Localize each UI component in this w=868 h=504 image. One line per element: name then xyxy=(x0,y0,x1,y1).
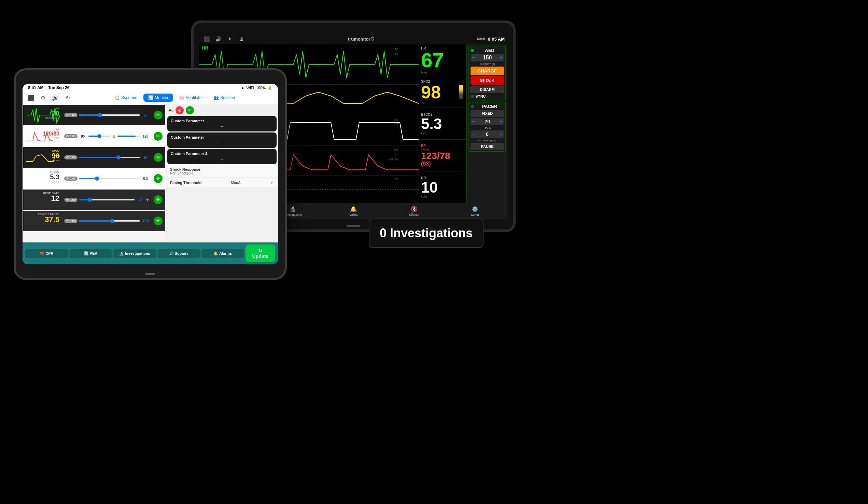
rate-plus-btn[interactable]: + xyxy=(499,119,503,125)
hr-graph: HR 70 Normal Sinus xyxy=(26,106,60,124)
monitor-silence-btn[interactable]: 🔇 Silence xyxy=(384,205,444,218)
wifi-label: WiFi xyxy=(247,86,254,90)
shock-response-val: Non Shockable xyxy=(170,172,274,175)
temp-slider[interactable] xyxy=(79,220,140,222)
bp-slider-area: ⏱ 0:00 80 🔒 120 xyxy=(63,134,151,138)
bp-slider[interactable] xyxy=(89,136,111,137)
aed-label: AED xyxy=(475,48,504,53)
bp-scale-mid: 90 xyxy=(388,153,398,157)
pacing-val: 60mA xyxy=(231,181,241,185)
grid-icon[interactable]: ⊞ xyxy=(237,34,246,43)
etco2-scale-low: 4.7 xyxy=(394,122,398,127)
update-btn[interactable]: ↻ Update xyxy=(246,245,275,262)
spo2-row: SPO2 96 Normal ⏱ 0:00 96 xyxy=(23,147,165,168)
exit-nav-btn[interactable]: ⬛ xyxy=(26,93,35,102)
volume-nav-btn[interactable]: 🔊 xyxy=(51,93,60,102)
sounds-btn[interactable]: 🔊 Sounds xyxy=(157,249,200,258)
rate-minus-btn[interactable]: − xyxy=(472,119,475,125)
resp-eye-btn[interactable]: 👁 xyxy=(154,195,163,204)
monitor-hr-block: HR 67 bpm xyxy=(419,44,466,76)
etco2-eye-btn[interactable]: 👁 xyxy=(154,174,163,183)
nav-tabs: 📋 Scenario 📊 Monitor 🫁 Ventilator 👥 Sess… xyxy=(75,94,275,102)
energy-row[interactable]: − 150 + xyxy=(471,54,504,61)
hr-slider-val: 70 xyxy=(141,113,149,117)
alarms-icon: 🔔 xyxy=(350,206,357,213)
charge-button[interactable]: CHARGE xyxy=(471,66,504,75)
tab-scenario[interactable]: 📋 Scenario xyxy=(110,94,142,102)
brightness-icon[interactable]: ✴ xyxy=(225,34,234,43)
pacer-section: PACER FIXED − 70 + RATE − 0 + OUTPUT (mA… xyxy=(468,102,506,152)
disarm-button[interactable]: DISARM xyxy=(471,86,504,93)
etco2-row: ETCO2 5.3 Normal ⏱ 0:00 5.3 xyxy=(23,168,165,189)
output-row[interactable]: − 0 + xyxy=(471,131,504,138)
energy-plus-btn[interactable]: + xyxy=(499,55,503,61)
monitor-menu-btn[interactable]: ⚙️ Menu xyxy=(445,205,505,218)
bp-slider2[interactable] xyxy=(117,136,140,137)
vitals-panel: HR 70 Normal Sinus ⏱ 0:00 70 xyxy=(22,104,166,243)
monitor-hr-unit: bpm xyxy=(421,71,464,74)
shock-response: Shock Response Non Shockable xyxy=(167,165,277,177)
etco2-graph: ETCO2 5.3 Normal xyxy=(26,170,60,187)
battery-icon: 🔋 xyxy=(268,86,272,90)
bp-time: ⏱ 0:00 xyxy=(64,134,78,138)
sync-row: SYNC xyxy=(471,94,504,98)
exit-icon[interactable]: ⬛ xyxy=(202,34,211,43)
output-minus-btn[interactable]: − xyxy=(472,131,475,137)
spo2-value: 96 xyxy=(52,152,59,159)
fixed-button[interactable]: FIXED xyxy=(471,110,504,117)
investigations-bottom-label: Investigations xyxy=(125,251,150,255)
monitor-rr-block: RR 10 /min xyxy=(419,172,466,203)
monitor-mode: Adult xyxy=(477,37,485,41)
bp-eye-btn[interactable]: 👁 xyxy=(154,132,163,141)
show-all-btn[interactable]: 👁 xyxy=(186,106,194,114)
spo2-slider[interactable] xyxy=(79,157,140,158)
cpr-label: CPR xyxy=(45,251,53,255)
ecg-scale-low: 50 xyxy=(393,52,398,56)
hr-eye-btn[interactable]: 👁 xyxy=(154,111,163,120)
all-label: All xyxy=(169,108,174,112)
resp-slider[interactable] xyxy=(79,199,135,200)
hide-all-btn[interactable]: ⊗ xyxy=(176,106,184,114)
pause-button[interactable]: PAUSE xyxy=(471,143,504,150)
bp-row: BP 120/80 Normal ⏱ 0:00 80 xyxy=(23,126,165,146)
bp-subtext: Normal xyxy=(43,136,59,139)
hr-slider[interactable] xyxy=(79,114,140,116)
hr-value: 70 xyxy=(45,110,59,117)
monitor-spo2-block: SPO2 98 % xyxy=(419,76,466,108)
spo2-slider-fill xyxy=(79,157,119,158)
bp-val-right: 120 xyxy=(141,135,149,138)
tab-ventilator[interactable]: 🫁 Ventilator xyxy=(175,94,208,102)
settings-nav-btn[interactable]: ⚙ xyxy=(38,93,48,102)
cpr-btn[interactable]: ❤️ CPR xyxy=(25,249,68,258)
output-plus-btn[interactable]: + xyxy=(499,131,503,137)
temp-row: TEMPERATURE 37.5 ⏱ 0:00 37.5 xyxy=(23,211,165,231)
alarms-btn[interactable]: 🔔 Alarms xyxy=(202,249,244,258)
hr-subtext: Normal Sinus xyxy=(45,117,59,119)
volume-icon[interactable]: 🔊 xyxy=(214,34,223,43)
monitor-time: 9:05 AM xyxy=(488,37,505,42)
energy-minus-btn[interactable]: − xyxy=(472,55,475,61)
bp-scale-low: 100 / 50 xyxy=(388,157,398,162)
monitor-bp-sub: (93) xyxy=(421,161,464,167)
temp-eye-btn[interactable]: 👁 xyxy=(154,216,163,225)
rate-row[interactable]: − 70 + xyxy=(471,118,504,125)
front-tablet-home-indicator xyxy=(145,273,155,275)
investigations-bottom-btn[interactable]: 🔬 Investigations xyxy=(113,249,156,258)
tab-session[interactable]: 👥 Session xyxy=(209,94,240,102)
tab-monitor[interactable]: 📊 Monitor xyxy=(143,94,173,102)
etco2-slider[interactable] xyxy=(79,178,140,179)
spo2-eye-btn[interactable]: 👁 xyxy=(154,153,163,162)
pea-btn[interactable]: 🔄 PEA xyxy=(69,249,112,258)
temp-time: ⏱ 0:00 xyxy=(64,219,78,223)
refresh-nav-btn[interactable]: ↻ xyxy=(63,93,72,102)
shock-button[interactable]: ShOcK xyxy=(471,76,504,85)
etco2-scale-high: 6.0 xyxy=(394,118,398,122)
monitor-bp-value: 123/78 xyxy=(421,151,464,161)
custom-param-1: Custom Parameter -- xyxy=(167,116,277,132)
monitor-hr-value: 67 xyxy=(421,50,464,71)
monitor-alarms-btn[interactable]: 🔔 Alarms xyxy=(324,205,383,218)
aed-row: AED xyxy=(471,48,504,53)
resp-slider-row: ⏱ 0:00 12 ✦ xyxy=(64,197,149,203)
resp-value: 12 xyxy=(43,195,59,202)
resp-slider-thumb xyxy=(88,198,92,202)
